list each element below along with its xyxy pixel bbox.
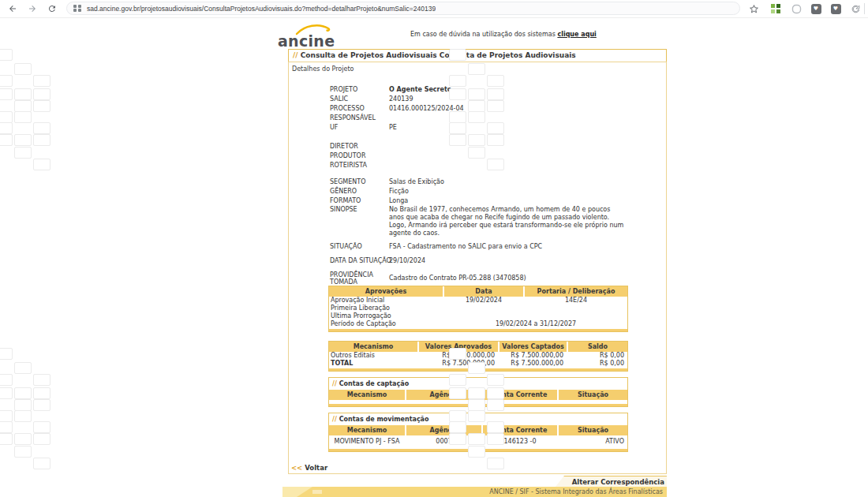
broken-image-placeholder bbox=[468, 100, 485, 112]
table-cell bbox=[525, 312, 627, 320]
field-value-roteirista bbox=[389, 161, 661, 170]
column-header: Mecanismo bbox=[329, 390, 405, 400]
field-row-providencia: PROVIDÊNCIA TOMADACadastro do Contrato P… bbox=[330, 271, 661, 286]
column-header: Data bbox=[444, 286, 523, 297]
site-settings-icon[interactable] bbox=[73, 1, 82, 16]
broken-image-placeholder bbox=[487, 387, 504, 399]
alterar-correspondencia-link[interactable]: Alterar Correspondência bbox=[555, 476, 667, 488]
broken-image-placeholder bbox=[33, 458, 51, 469]
address-bar[interactable]: sad.ancine.gov.br/projetosaudiovisuais/C… bbox=[66, 2, 740, 15]
broken-image-placeholder bbox=[468, 111, 485, 123]
field-label-roteirista: ROTEIRISTA bbox=[330, 161, 389, 170]
broken-image-placeholder bbox=[14, 399, 32, 411]
table-header-row: AprovaçõesDataPortaria / Deliberação bbox=[329, 286, 627, 297]
forward-button[interactable] bbox=[26, 2, 39, 15]
field-row-sinopse: SINOPSENo Brasil de 1977, conhecemos Arm… bbox=[330, 206, 661, 237]
aprovacoes-table: AprovaçõesDataPortaria / DeliberaçãoApro… bbox=[328, 286, 628, 332]
heart-glyph: ♥ bbox=[831, 4, 841, 14]
table-header-row: MecanismoValores AprovadosValores Captad… bbox=[329, 342, 627, 352]
column-header: Situação bbox=[559, 390, 627, 400]
column-header: Portaria / Deliberação bbox=[525, 286, 627, 297]
broken-image-placeholder bbox=[0, 122, 13, 134]
field-value-responsavel bbox=[389, 114, 661, 123]
field-value-genero: Ficção bbox=[389, 187, 661, 196]
section-title-text: Contas de captação bbox=[339, 380, 410, 387]
broken-image-placeholder bbox=[487, 421, 504, 433]
extension-heart-icon[interactable]: ♥ bbox=[810, 3, 821, 14]
table-bottom-strip bbox=[329, 329, 627, 331]
broken-image-placeholder bbox=[449, 387, 466, 399]
footer-bar: ANCINE / SIF - Sistema Integrado das Áre… bbox=[282, 487, 667, 497]
broken-image-placeholder bbox=[0, 421, 13, 433]
field-row-situacao: SITUAÇÃOFSA - Cadastramento no SALIC par… bbox=[330, 242, 661, 252]
broken-image-placeholder bbox=[0, 348, 13, 360]
details-subtitle: Detalhes do Projeto bbox=[292, 65, 354, 73]
broken-image-placeholder bbox=[487, 159, 504, 170]
broken-image-placeholder bbox=[487, 88, 504, 100]
broken-image-placeholder bbox=[449, 122, 466, 134]
broken-image-placeholder bbox=[0, 75, 13, 87]
browser-toolbar: sad.ancine.gov.br/projetosaudiovisuais/C… bbox=[0, 0, 868, 18]
back-link-prefix: << bbox=[291, 464, 302, 472]
footer-system-label: ANCINE / SIF - Sistema Integrado das Áre… bbox=[489, 487, 663, 497]
table-row: Aprovação Inicial19/02/202414E/24 bbox=[329, 297, 627, 305]
column-header: Valores Captados bbox=[499, 342, 567, 352]
broken-image-placeholder bbox=[449, 88, 466, 100]
broken-image-placeholder bbox=[468, 63, 485, 75]
broken-image-placeholder bbox=[0, 134, 13, 146]
forward-arrow-icon bbox=[28, 2, 37, 17]
broken-image-placeholder bbox=[14, 100, 32, 112]
field-value-uf: PE bbox=[389, 123, 661, 133]
broken-image-placeholder bbox=[487, 374, 504, 386]
extension-refresh-icon[interactable] bbox=[850, 3, 861, 14]
table-cell: Período de Captação bbox=[329, 320, 443, 328]
broken-image-placeholder bbox=[33, 433, 51, 445]
broken-image-placeholder bbox=[14, 433, 32, 445]
column-header: Mecanismo bbox=[329, 425, 405, 435]
broken-image-placeholder bbox=[449, 49, 466, 61]
broken-image-placeholder bbox=[14, 111, 32, 123]
table-cell bbox=[444, 305, 523, 312]
broken-image-placeholder bbox=[33, 374, 51, 386]
back-button[interactable] bbox=[6, 2, 19, 15]
title-text: Consulta de Projetos Audiovisuais bbox=[301, 51, 437, 59]
table-cell: Outros Editais bbox=[329, 352, 417, 360]
field-label-genero: GÊNERO bbox=[330, 187, 389, 196]
back-arrow-icon bbox=[8, 2, 17, 17]
table-cell: TOTAL bbox=[329, 360, 417, 368]
field-label-situacao: SITUAÇÃO bbox=[330, 242, 389, 252]
broken-image-placeholder bbox=[468, 446, 485, 458]
back-link-label: Voltar bbox=[305, 464, 327, 472]
field-label-produtor: PRODUTOR bbox=[330, 151, 389, 161]
extension-heart-icon-2[interactable]: ♥ bbox=[830, 3, 841, 14]
table-cell: Aprovação Inicial bbox=[329, 297, 443, 305]
url-text: sad.ancine.gov.br/projetosaudiovisuais/C… bbox=[87, 5, 436, 13]
broken-image-placeholder bbox=[449, 421, 466, 433]
bookmark-star-icon[interactable] bbox=[748, 3, 759, 14]
reload-button[interactable] bbox=[46, 2, 58, 15]
extension-grid-icon[interactable] bbox=[770, 3, 781, 14]
field-value-situacao: FSA - Cadastramento no SALIC para envio … bbox=[389, 242, 661, 252]
back-link[interactable]: << Voltar bbox=[291, 464, 327, 472]
extension-outline-icon[interactable] bbox=[791, 3, 802, 14]
table-cell: R$ 0,00 bbox=[568, 360, 627, 368]
broken-image-placeholder bbox=[468, 134, 485, 146]
field-row-segmento: SEGMENTOSalas de Exibição bbox=[330, 178, 661, 187]
broken-image-placeholder bbox=[33, 399, 51, 411]
table-row: Outros EditaisR$ 7.500.000,00R$ 7.500.00… bbox=[329, 352, 627, 360]
field-value-sinopse: No Brasil de 1977, conhecemos Armando, u… bbox=[389, 206, 626, 237]
field-label-diretor: DIRETOR bbox=[330, 142, 389, 151]
section-title-prefix: // bbox=[332, 416, 337, 423]
table-cell: R$ 7.500.000,00 bbox=[499, 352, 567, 360]
broken-image-placeholder bbox=[0, 374, 13, 386]
broken-image-placeholder bbox=[449, 410, 466, 422]
table-cell: Primeira Liberação bbox=[329, 305, 443, 312]
broken-image-placeholder bbox=[33, 100, 51, 112]
field-value-processo: 01416.000125/2024-04 bbox=[389, 104, 661, 114]
broken-image-placeholder bbox=[33, 134, 51, 146]
broken-image-placeholder bbox=[33, 159, 51, 170]
table-cell: 19/02/2024 bbox=[444, 297, 523, 305]
help-link[interactable]: clique aqui bbox=[557, 31, 596, 38]
broken-image-placeholder bbox=[0, 49, 13, 61]
broken-image-placeholder bbox=[449, 374, 466, 386]
